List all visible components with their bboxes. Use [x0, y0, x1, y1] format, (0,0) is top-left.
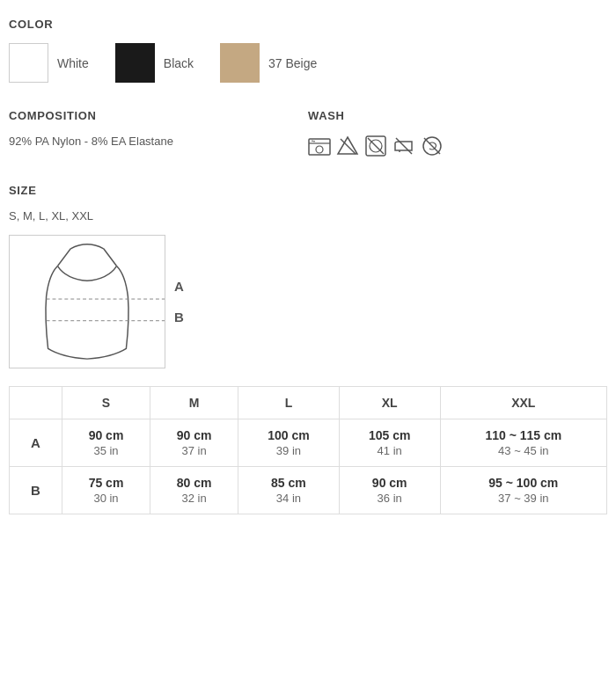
wash-icons — [308, 135, 607, 157]
white-label: White — [57, 56, 89, 70]
wash-machine-icon — [308, 135, 331, 157]
table-cell-b-xxl: 95 ~ 100 cm37 ~ 39 in — [440, 467, 606, 514]
diagram-labels: A B — [174, 279, 184, 324]
table-cell-a-l: 100 cm39 in — [238, 419, 340, 467]
table-cell-b-m: 80 cm32 in — [150, 467, 238, 514]
table-header-l: L — [238, 387, 340, 419]
table-header-xxl: XXL — [440, 387, 606, 419]
comp-wash-row: COMPOSITION 92% PA Nylon - 8% EA Elastan… — [9, 109, 607, 157]
label-a: A — [174, 279, 184, 294]
diagram-box — [9, 235, 165, 368]
color-swatches: White Black 37 Beige — [9, 43, 607, 83]
wash-title: WASH — [308, 109, 607, 122]
color-section: COLOR White Black 37 Beige — [9, 18, 607, 83]
label-b: B — [174, 310, 184, 324]
white-swatch[interactable] — [9, 43, 48, 83]
table-header-xl: XL — [339, 387, 440, 419]
composition-section: COMPOSITION 92% PA Nylon - 8% EA Elastan… — [9, 109, 308, 157]
color-item-beige[interactable]: 37 Beige — [220, 43, 317, 83]
black-swatch[interactable] — [115, 43, 155, 83]
table-cell-b-s: 75 cm30 in — [62, 467, 150, 514]
no-bleach-icon — [336, 135, 359, 157]
svg-line-7 — [396, 138, 412, 154]
size-section: SIZE S, M, L, XL, XXL — [9, 184, 607, 514]
no-tumble-icon — [364, 135, 387, 157]
no-iron-icon — [392, 135, 415, 157]
beige-label: 37 Beige — [268, 56, 317, 70]
no-dry-clean-icon — [421, 135, 444, 157]
size-title: SIZE — [9, 184, 607, 197]
svg-line-9 — [424, 138, 440, 154]
table-row-label-a: A — [10, 419, 62, 467]
table-cell-b-l: 85 cm34 in — [238, 467, 340, 514]
color-item-white[interactable]: White — [9, 43, 89, 83]
beige-swatch[interactable] — [220, 43, 260, 83]
table-header-s: S — [62, 387, 150, 419]
composition-text: 92% PA Nylon - 8% EA Elastane — [9, 135, 308, 148]
size-available: S, M, L, XL, XXL — [9, 209, 607, 222]
svg-line-6 — [368, 138, 384, 154]
table-cell-a-s: 90 cm35 in — [62, 419, 150, 467]
color-title: COLOR — [9, 18, 607, 31]
svg-point-1 — [316, 146, 323, 153]
table-row-label-b: B — [10, 467, 62, 514]
table-cell-a-m: 90 cm37 in — [150, 419, 238, 467]
svg-rect-0 — [309, 139, 330, 155]
diagram-wrapper: A B — [9, 235, 607, 368]
size-table: S M L XL XXL A90 cm35 in90 cm37 in100 cm… — [9, 386, 607, 514]
composition-title: COMPOSITION — [9, 109, 308, 122]
table-cell-a-xxl: 110 ~ 115 cm43 ~ 45 in — [440, 419, 606, 467]
table-header-m: M — [150, 387, 238, 419]
black-label: Black — [164, 56, 194, 70]
table-cell-b-xl: 90 cm36 in — [339, 467, 440, 514]
svg-line-10 — [57, 249, 70, 266]
color-item-black[interactable]: Black — [115, 43, 194, 83]
table-cell-a-xl: 105 cm41 in — [339, 419, 440, 467]
table-header-empty — [10, 387, 62, 419]
svg-line-11 — [104, 249, 117, 266]
wash-section: WASH — [308, 109, 607, 157]
